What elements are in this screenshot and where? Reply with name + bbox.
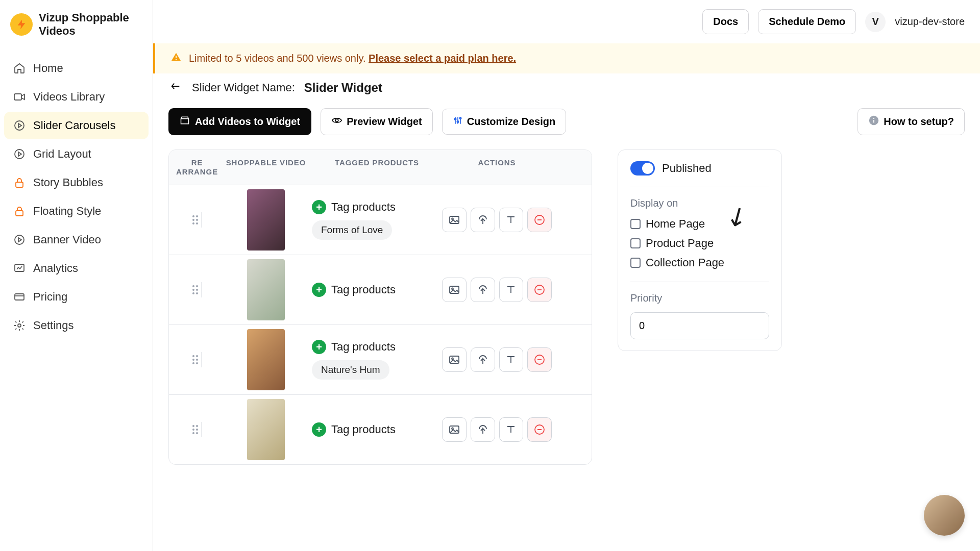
priority-input[interactable]	[630, 312, 769, 339]
plus-icon: +	[312, 340, 326, 354]
sidebar-item-settings[interactable]: Settings	[4, 312, 149, 339]
avatar[interactable]: V	[865, 12, 886, 32]
svg-point-27	[452, 288, 453, 290]
svg-point-12	[335, 119, 338, 122]
preview-widget-button[interactable]: Preview Widget	[321, 108, 433, 135]
delete-action-button[interactable]	[527, 278, 552, 302]
video-thumbnail[interactable]	[247, 189, 285, 251]
delete-action-button[interactable]	[527, 208, 552, 232]
topbar: Docs Schedule Demo V vizup-dev-store	[153, 0, 980, 43]
table-header: RE ARRANGE SHOPPABLE VIDEO TAGGED PRODUC…	[169, 150, 592, 185]
add-videos-button[interactable]: Add Videos to Widget	[168, 108, 311, 135]
svg-rect-4	[16, 211, 23, 216]
image-action-button[interactable]	[442, 417, 467, 442]
home-icon	[13, 62, 26, 74]
svg-rect-3	[16, 182, 23, 187]
videos-table: RE ARRANGE SHOPPABLE VIDEO TAGGED PRODUC…	[168, 149, 592, 465]
published-label: Published	[662, 162, 712, 175]
tag-products-button[interactable]: +Tag products	[312, 283, 396, 297]
delete-action-button[interactable]	[527, 417, 552, 442]
sidebar: Vizup Shoppable Videos Home Videos Libra…	[0, 0, 153, 551]
drag-handle[interactable]	[174, 352, 220, 367]
drag-handle[interactable]	[174, 422, 220, 437]
header-tagged: TAGGED PRODUCTS	[312, 158, 442, 177]
text-action-button[interactable]	[499, 208, 524, 232]
svg-point-5	[15, 235, 24, 244]
tag-products-button[interactable]: +Tag products	[312, 200, 396, 214]
tag-products-button[interactable]: +Tag products	[312, 422, 396, 437]
sidebar-item-banner-video[interactable]: Banner Video	[4, 226, 149, 254]
table-row: +Tag products Forms of Love	[169, 185, 592, 255]
sidebar-item-label: Pricing	[33, 290, 67, 304]
table-row: +Tag products	[169, 394, 592, 464]
checkbox-icon	[630, 219, 641, 229]
drag-icon	[192, 285, 198, 294]
cursor-action-button[interactable]	[471, 208, 495, 232]
support-chat-avatar[interactable]	[924, 495, 965, 536]
text-action-button[interactable]	[499, 417, 524, 442]
tag-products-button[interactable]: +Tag products	[312, 340, 396, 354]
published-toggle[interactable]	[630, 161, 655, 176]
image-action-button[interactable]	[442, 347, 467, 372]
image-action-button[interactable]	[442, 208, 467, 232]
svg-point-35	[452, 428, 453, 430]
svg-point-31	[452, 358, 453, 360]
delete-action-button[interactable]	[527, 347, 552, 372]
video-thumbnail[interactable]	[247, 259, 285, 320]
sidebar-item-home[interactable]: Home	[4, 55, 149, 82]
svg-point-23	[452, 218, 453, 220]
sidebar-item-analytics[interactable]: Analytics	[4, 255, 149, 282]
settings-panel: Published Display on Home Page Product P…	[618, 149, 782, 351]
product-chip[interactable]: Forms of Love	[312, 220, 392, 240]
cursor-action-button[interactable]	[471, 417, 495, 442]
product-chip[interactable]: Nature's Hum	[312, 360, 389, 380]
text-action-button[interactable]	[499, 278, 524, 302]
sidebar-item-label: Home	[33, 62, 63, 75]
priority-label: Priority	[630, 292, 769, 304]
chart-icon	[13, 262, 26, 274]
drag-handle[interactable]	[174, 212, 220, 228]
sidebar-item-slider-carousels[interactable]: Slider Carousels	[4, 112, 149, 139]
how-to-setup-button[interactable]: How to setup?	[857, 108, 965, 135]
video-camera-icon	[13, 91, 26, 103]
sidebar-nav: Home Videos Library Slider Carousels Gri…	[0, 49, 153, 344]
docs-button[interactable]: Docs	[702, 9, 749, 34]
store-name: vizup-dev-store	[895, 16, 965, 28]
drag-handle[interactable]	[174, 282, 220, 297]
app-name: Vizup Shoppable Videos	[39, 11, 142, 38]
display-product-checkbox[interactable]: Product Page	[630, 234, 769, 253]
info-icon	[868, 115, 879, 129]
sidebar-item-story-bubbles[interactable]: Story Bubbles	[4, 169, 149, 196]
video-thumbnail[interactable]	[247, 329, 285, 390]
plus-icon: +	[312, 200, 326, 214]
banner-text: Limited to 5 videos and 500 views only. …	[189, 53, 516, 64]
plus-icon: +	[312, 422, 326, 437]
sidebar-item-floating-style[interactable]: Floating Style	[4, 197, 149, 225]
play-circle-icon	[13, 148, 26, 160]
sidebar-item-label: Story Bubbles	[33, 176, 103, 189]
sidebar-item-videos-library[interactable]: Videos Library	[4, 83, 149, 111]
image-action-button[interactable]	[442, 278, 467, 302]
customize-design-button[interactable]: Customize Design	[442, 109, 566, 135]
cursor-action-button[interactable]	[471, 278, 495, 302]
sidebar-item-label: Banner Video	[33, 233, 101, 246]
sidebar-item-label: Settings	[33, 319, 74, 332]
upgrade-plan-link[interactable]: Please select a paid plan here.	[369, 53, 516, 64]
display-home-checkbox[interactable]: Home Page	[630, 214, 769, 234]
text-action-button[interactable]	[499, 347, 524, 372]
video-thumbnail[interactable]	[247, 399, 285, 460]
limitation-banner: Limited to 5 videos and 500 views only. …	[153, 43, 980, 73]
schedule-demo-button[interactable]: Schedule Demo	[758, 9, 856, 34]
header-rearrange: RE ARRANGE	[174, 158, 220, 177]
sliders-icon	[453, 115, 463, 128]
eye-icon	[331, 115, 342, 129]
back-arrow-icon[interactable]	[168, 81, 183, 95]
sidebar-item-pricing[interactable]: Pricing	[4, 283, 149, 311]
toolbar: Add Videos to Widget Preview Widget Cust…	[153, 102, 980, 139]
content: RE ARRANGE SHOPPABLE VIDEO TAGGED PRODUC…	[153, 139, 980, 475]
checkbox-icon	[630, 258, 641, 268]
lock-icon	[13, 205, 26, 217]
cursor-action-button[interactable]	[471, 347, 495, 372]
sidebar-item-grid-layout[interactable]: Grid Layout	[4, 140, 149, 168]
display-collection-checkbox[interactable]: Collection Page	[630, 253, 769, 272]
